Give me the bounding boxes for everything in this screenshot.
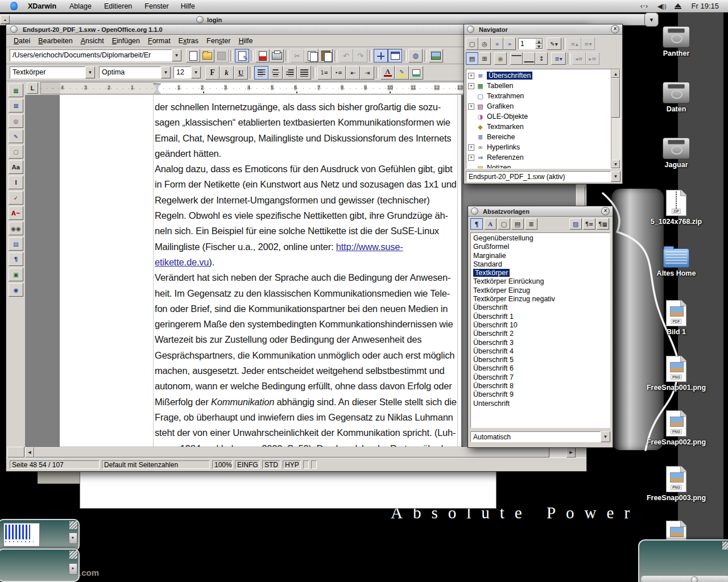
style-item[interactable]: Überschrift 8	[471, 382, 610, 390]
demote-chapter-button[interactable]: ≡▾	[581, 38, 595, 50]
new-document-button[interactable]	[186, 49, 200, 63]
italic-button[interactable]: k	[220, 66, 234, 80]
style-item-label[interactable]: Überschrift 1	[473, 313, 514, 321]
hard-drive-icon[interactable]	[663, 138, 690, 159]
png-file-icon[interactable]: PNG	[666, 410, 686, 436]
document-line[interactable]: Regelwerk der Internet-Umgangsformen und…	[155, 193, 462, 208]
font-size-value[interactable]: 12	[173, 66, 191, 78]
style-item-label[interactable]: Überschrift 4	[473, 347, 514, 355]
writer-menu-bearbeiten[interactable]: Bearbeiten	[34, 35, 76, 47]
demote-level-button[interactable]: ▸≡	[586, 52, 599, 65]
character-styles-button[interactable]: A	[484, 218, 497, 230]
navigator-item-notizen[interactable]: ▤Notizen	[466, 163, 611, 169]
document-line[interactable]: Frage, ob überhaupt und inwiefern dies i…	[155, 410, 462, 425]
online-layout-button[interactable]: ◉	[9, 283, 23, 297]
png-file-icon[interactable]: PNG	[666, 466, 686, 492]
style-item[interactable]: Überschrift 4	[471, 347, 610, 356]
corner-window-scrollbar[interactable]	[640, 575, 728, 582]
input-menu-icon[interactable]: ‹·›	[640, 2, 648, 10]
style-item[interactable]: Textkörper Einrückung	[471, 277, 610, 286]
style-item-label[interactable]: Standard	[473, 260, 502, 268]
direct-cursor-button[interactable]: I	[9, 176, 23, 189]
style-item[interactable]: Überschrift 3	[471, 339, 610, 347]
style-item[interactable]: Standard	[471, 260, 610, 269]
zip-file-icon[interactable]: ZIP	[666, 190, 686, 216]
document-line[interactable]: Gesprächspartners, die Kommunikation unm…	[155, 348, 462, 363]
navigator-item-bereiche[interactable]: ≣Bereiche	[466, 132, 611, 142]
horizontal-scroll-thumb[interactable]	[34, 447, 549, 458]
navigator-item-textmarken[interactable]: ◆Textmarken	[466, 122, 611, 132]
expand-icon[interactable]: +	[468, 103, 474, 110]
navigation-toggle-button[interactable]: ▢	[466, 38, 478, 50]
paragraph-style-value[interactable]: Textkörper	[10, 66, 85, 78]
navigator-close-icon[interactable]: ×	[611, 25, 619, 34]
copy-button[interactable]	[304, 49, 318, 63]
desktop-icon-label[interactable]: FreeSnap001.png	[645, 384, 708, 392]
desktop-icon-label[interactable]: Jaguar	[645, 161, 708, 169]
style-item-label[interactable]: Überschrift 2	[473, 330, 514, 338]
align-justify-button[interactable]	[297, 66, 311, 80]
document-line[interactable]: Verändert hat sich neben der Sprache auc…	[155, 270, 462, 285]
style-item-label[interactable]: Marginalie	[473, 252, 506, 260]
hard-drive-icon[interactable]	[663, 82, 690, 103]
data-sources-button[interactable]: ▤	[9, 237, 23, 251]
navigator-item-label[interactable]: OLE-Objekte	[487, 113, 528, 120]
document-line[interactable]: geändert hätten.	[155, 146, 462, 161]
document-line[interactable]: fon oder Brief, sind die Kommunikationsp…	[155, 301, 462, 317]
spellcheck-button[interactable]: ✓	[9, 191, 23, 205]
navigator-item-label[interactable]: Notizen	[487, 164, 511, 169]
show-root-button[interactable]: ⊞	[478, 52, 491, 65]
scroll-right-icon[interactable]: ▶	[566, 447, 576, 458]
edit-file-button[interactable]: ✎	[235, 49, 249, 63]
desktop-icon-freesnap002-png[interactable]: PNGFreeSnap002.png	[645, 410, 708, 446]
align-right-button[interactable]	[283, 66, 297, 80]
document-line[interactable]: Wartezeit bis zur Zustellung oder Beding…	[155, 332, 462, 347]
stylist-toggle-button[interactable]	[388, 49, 402, 63]
style-item[interactable]: Textkörper Einzug	[471, 286, 610, 295]
corner-window[interactable]	[638, 539, 728, 582]
document-line[interactable]: geringerem Maße den systembedingten Komm…	[155, 317, 462, 332]
writer-menu-fenster[interactable]: Fenster	[202, 35, 234, 47]
hyperlink-mode[interactable]: HYP	[283, 460, 301, 469]
hyperlink-dialog-button[interactable]: ◍	[408, 49, 423, 63]
writer-menu-hilfe[interactable]: Hilfe	[234, 35, 257, 47]
navigator-item-grafiken[interactable]: +▧Grafiken	[466, 101, 611, 111]
menu-fenster[interactable]: Fenster	[140, 1, 172, 12]
document-line[interactable]: in Form der Netikette (ein Kunstwort aus…	[155, 177, 462, 192]
navigator-item-hyperlinks[interactable]: +∞Hyperlinks	[466, 142, 611, 152]
navigator-item-label[interactable]: Bereiche	[487, 133, 515, 141]
desktop-icon-label[interactable]: FreeSnap002.png	[645, 438, 708, 446]
navigator-item-berschriften[interactable]: +≡Überschriften	[466, 70, 611, 81]
url-input[interactable]: /Users/erichoch/Documents/Diplomarbeit/E…	[10, 49, 172, 61]
spin-down-icon[interactable]: ▼	[535, 44, 543, 49]
navigator-tree[interactable]: +≡Überschriften+▦Tabellen▢Textrahmen+▧Gr…	[466, 69, 621, 169]
navigator-item-label[interactable]: Grafiken	[487, 102, 514, 110]
font-size-dropdown[interactable]: ▼	[191, 66, 201, 78]
menubar-clock[interactable]: Fr 19:15	[692, 2, 719, 10]
navigator-lamp-icon[interactable]	[467, 26, 474, 33]
navigator-item-label[interactable]: Überschriften	[487, 72, 532, 80]
expand-icon[interactable]: +	[468, 83, 474, 89]
style-item[interactable]: Grußformel	[471, 243, 610, 251]
folder-icon[interactable]	[663, 248, 689, 268]
scroll-left-icon[interactable]: ◀	[25, 447, 34, 458]
navigator-titlebar[interactable]: Navigator ×	[464, 24, 622, 35]
style-item-label[interactable]: Überschrift 7	[473, 373, 514, 381]
spin-up-icon[interactable]: ▲	[535, 39, 543, 44]
header-button[interactable]: ▔▔	[510, 52, 523, 65]
page-number-spinner[interactable]: 1 ▲ ▼	[518, 38, 543, 49]
document-line[interactable]: etikette.de.vu).	[155, 255, 462, 270]
decrease-indent-button[interactable]: ⇤	[346, 66, 360, 80]
style-item[interactable]: Überschrift 9	[471, 390, 610, 399]
document-line[interactable]: Mailingliste (Fischer u.a., 2002, online…	[155, 239, 462, 255]
align-center-button[interactable]	[268, 66, 283, 80]
draw-functions-button[interactable]: ✎	[9, 130, 23, 143]
document-line[interactable]: neln sich. Ein Beispiel für eine solche …	[155, 223, 462, 239]
open-file-button[interactable]	[200, 49, 214, 63]
content-view-button[interactable]: ▤	[466, 52, 478, 65]
style-item[interactable]: Marginalie	[471, 252, 610, 260]
menu-hilfe[interactable]: Hilfe	[177, 1, 199, 12]
navigator-item-textrahmen[interactable]: ▢Textrahmen	[466, 91, 611, 101]
cut-button[interactable]: ✂	[290, 49, 304, 63]
style-item[interactable]: Überschrift 10	[471, 321, 610, 330]
